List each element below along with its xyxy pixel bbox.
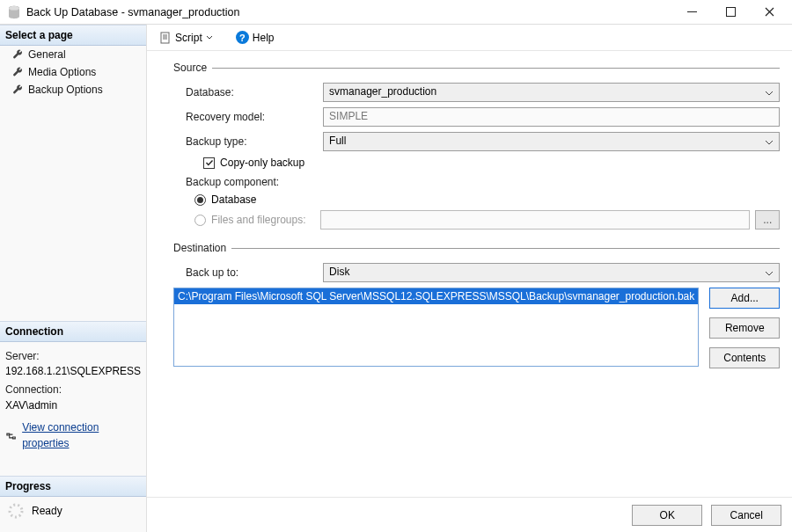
backup-type-select[interactable]: Full [323,132,780,151]
progress-header: Progress [0,476,146,497]
wrench-icon [12,84,23,95]
recovery-model-value: SIMPLE [329,110,368,122]
cancel-label: Cancel [730,509,763,521]
link-text: View connection properties [22,420,141,451]
minimize-button[interactable] [672,0,711,25]
wrench-icon [12,49,23,60]
backup-to-select[interactable]: Disk [323,263,780,282]
toolbar: Script ? Help [147,25,792,51]
recovery-model-field: SIMPLE [323,107,780,127]
cancel-button[interactable]: Cancel [711,505,781,526]
connection-value: XAV\admin [5,398,141,413]
svg-point-1 [9,5,19,10]
database-value: svmanager_production [329,85,436,98]
script-button[interactable]: Script [156,30,216,46]
filegroups-browse-button: ... [755,210,780,230]
add-button-label: Add... [731,292,759,304]
ok-button[interactable]: OK [632,505,702,526]
window-title: Back Up Database - svmanager_production [26,0,672,25]
recovery-model-label: Recovery model: [173,111,323,123]
titlebar: Back Up Database - svmanager_production [0,0,792,25]
destination-list[interactable]: C:\Program Files\Microsoft SQL Server\MS… [173,288,699,367]
maximize-button[interactable] [711,0,750,25]
connection-header: Connection [0,321,146,342]
help-icon: ? [236,31,249,44]
select-page-header: Select a page [0,25,146,46]
sidebar-item-general[interactable]: General [0,46,146,63]
script-label: Script [175,32,202,44]
connection-icon [5,431,17,441]
component-database-radio-row[interactable]: Database [173,193,780,206]
source-group-header: Source [173,62,212,74]
svg-rect-2 [687,11,697,12]
help-label: Help [253,32,275,44]
contents-button[interactable]: Contents [709,347,780,368]
database-label: Database: [173,86,323,98]
spinner-icon [7,502,25,520]
dialog-footer: OK Cancel [147,497,792,532]
database-icon [7,5,21,19]
backup-component-label: Backup component: [173,176,323,188]
server-label: Server: [5,349,141,364]
sidebar-item-label: Media Options [28,66,96,78]
progress-status: Ready [32,505,62,517]
svg-point-4 [10,505,22,517]
close-button[interactable] [750,0,788,25]
destination-group-header: Destination [173,242,231,254]
component-database-label: Database [211,193,256,206]
sidebar-item-label: General [28,48,66,61]
ellipsis-icon: ... [763,214,772,226]
destination-item[interactable]: C:\Program Files\Microsoft SQL Server\MS… [174,288,698,304]
filegroups-input [320,210,751,230]
ok-label: OK [660,509,675,521]
backup-type-value: Full [329,135,346,147]
copy-only-checkbox[interactable] [203,157,215,169]
wrench-icon [12,67,23,77]
help-button[interactable]: ? Help [232,29,278,46]
script-icon [159,32,172,44]
chevron-down-icon [765,270,774,277]
backup-to-label: Back up to: [173,266,323,279]
radio-on-icon [194,194,206,206]
database-select[interactable]: svmanager_production [323,83,780,102]
component-filegroups-label: Files and filegroups: [211,214,305,226]
remove-button[interactable]: Remove [709,317,780,339]
component-filegroups-radio-row: Files and filegroups: ... [173,210,780,230]
backup-type-label: Backup type: [173,135,323,148]
check-icon [205,158,214,167]
add-button[interactable]: Add... [709,288,780,309]
sidebar: Select a page General Media Options Back… [0,25,147,532]
copy-only-label: Copy-only backup [220,157,304,169]
connection-label: Connection: [5,383,141,397]
backup-to-value: Disk [329,266,349,278]
view-connection-properties-link[interactable]: View connection properties [5,420,141,451]
chevron-down-icon [206,34,213,41]
chevron-down-icon [765,139,774,146]
remove-button-label: Remove [725,322,765,334]
sidebar-item-backup-options[interactable]: Backup Options [0,81,146,98]
chevron-down-icon [765,90,774,97]
radio-off-icon [194,215,206,226]
svg-rect-5 [161,33,169,43]
server-value: 192.168.1.21\SQLEXPRESS [5,364,141,379]
sidebar-item-label: Backup Options [28,84,103,96]
sidebar-item-media-options[interactable]: Media Options [0,63,146,81]
svg-rect-3 [726,8,735,17]
contents-button-label: Contents [723,352,766,364]
